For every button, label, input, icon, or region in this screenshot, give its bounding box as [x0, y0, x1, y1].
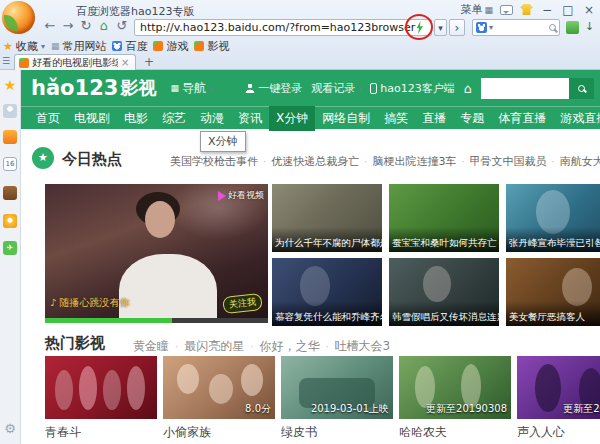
- sidebar-wallet-icon[interactable]: [3, 186, 17, 200]
- minimize-button[interactable]: −: [540, 3, 554, 17]
- sidebar-favorites-star-icon[interactable]: ★: [3, 78, 17, 92]
- sidebar-key-icon[interactable]: [3, 104, 17, 118]
- search-magnifier-icon[interactable]: [549, 24, 556, 31]
- poster-item[interactable]: 青春斗: [45, 356, 157, 444]
- bookmark-common-sites[interactable]: ▦常用网站: [51, 39, 107, 54]
- poster-item[interactable]: 更新至20190 声入人心: [517, 356, 600, 444]
- baidu-bear-icon[interactable]: [476, 22, 487, 33]
- window-title: 百度浏览器hao123专版: [76, 4, 194, 19]
- video-card[interactable]: 蚕宝宝和桑叶如何共存亡: [389, 184, 499, 252]
- video-card[interactable]: 张丹峰宣布毕滢已引咎辞职: [506, 184, 600, 252]
- nav-item-variety[interactable]: 综艺: [155, 106, 193, 131]
- nav-item-tv[interactable]: 电视剧: [67, 106, 117, 131]
- topic-link[interactable]: 美国学校枪击事件: [170, 155, 258, 168]
- site-search-input[interactable]: [481, 78, 569, 99]
- poster-image[interactable]: 更新至20190308: [399, 356, 511, 419]
- undo-button[interactable]: ↺: [114, 18, 130, 33]
- maximize-button[interactable]: □: [561, 3, 575, 17]
- sidebar-travel-icon[interactable]: ✈: [3, 241, 17, 255]
- movie-link[interactable]: 最闪亮的星: [184, 339, 244, 353]
- login-button[interactable]: 一键登录: [245, 81, 302, 96]
- nav-item-sports-live[interactable]: 体育直播: [491, 106, 553, 131]
- poster-image[interactable]: 2019-03-01上映: [281, 356, 393, 419]
- movie-link[interactable]: 吐槽大会3: [335, 339, 391, 353]
- nav-item-live[interactable]: 直播: [415, 106, 453, 131]
- download-icon[interactable]: ↓: [585, 20, 594, 33]
- nav-item-news[interactable]: 资讯: [231, 106, 269, 131]
- topic-link[interactable]: 南航女大学生失联: [560, 155, 600, 168]
- video-card-title: 张丹峰宣布毕滢已引咎辞职: [506, 227, 600, 252]
- bookmark-baidu[interactable]: 百度: [112, 39, 147, 54]
- active-tab[interactable]: 好看的电视剧电影综艺动… ×: [14, 54, 136, 70]
- poster-image[interactable]: 更新至20190: [517, 356, 600, 419]
- video-card[interactable]: 慕容复凭什么能和乔峰齐名？: [272, 258, 382, 326]
- url-dropdown-button[interactable]: ▾: [434, 19, 447, 36]
- close-button[interactable]: ×: [582, 3, 596, 17]
- main-video-player[interactable]: 好看视频 ♪ 随播心跳没有你 关注我: [45, 184, 268, 318]
- video-scene-figure: [145, 201, 175, 238]
- video-card[interactable]: 为什么千年不腐的尸体都是女性: [272, 184, 382, 252]
- watch-history-button[interactable]: 观看记录▾: [311, 81, 361, 96]
- topic-link[interactable]: 优速快递总裁身亡: [271, 155, 359, 168]
- back-button[interactable]: ←: [42, 18, 58, 33]
- menu-button[interactable]: 菜单▦: [460, 2, 493, 17]
- bookmark-favorites[interactable]: ★收藏▾: [3, 39, 45, 54]
- poster-title[interactable]: 哈哈农夫: [399, 424, 511, 441]
- feedback-bubble-icon[interactable]: [500, 5, 513, 15]
- toolbar-search-box[interactable]: ▾: [472, 19, 560, 36]
- poster-title[interactable]: 声入人心: [517, 424, 600, 441]
- poster-item[interactable]: 更新至20190308 哈哈农夫: [399, 356, 511, 444]
- video-card[interactable]: 韩雪假唱后又传坏消息连累乔欣: [389, 258, 499, 326]
- nav-item-game-live[interactable]: 游戏直播: [553, 106, 600, 131]
- poster-image[interactable]: 8.0分: [163, 356, 275, 419]
- movie-link[interactable]: 你好，之华: [259, 339, 319, 353]
- topic-link[interactable]: 脑梗出院连撞3车: [372, 155, 456, 168]
- poster-title[interactable]: 绿皮书: [281, 424, 393, 441]
- nav-item-xminutes[interactable]: X分钟: [269, 106, 315, 131]
- poster-item[interactable]: 8.0分 小偷家族: [163, 356, 275, 444]
- common-sites-label: 常用网站: [62, 39, 106, 54]
- nav-item-anime[interactable]: 动漫: [193, 106, 231, 131]
- hao123-logo[interactable]: hǎo123: [31, 76, 118, 100]
- client-download-button[interactable]: hao123客户端: [370, 81, 454, 96]
- bookmark-movies[interactable]: 影视: [194, 39, 229, 54]
- refresh-button[interactable]: ↻: [78, 18, 94, 33]
- poster-title[interactable]: 青春斗: [45, 424, 157, 441]
- extension-icon[interactable]: [566, 21, 579, 34]
- poster-image[interactable]: [45, 356, 157, 419]
- poster-title[interactable]: 小偷家族: [163, 424, 275, 441]
- tab-close-icon[interactable]: ×: [121, 57, 129, 68]
- titlebar-controls: 菜单▦ − □ ×: [460, 2, 596, 17]
- poster-item[interactable]: 2019-03-01上映 绿皮书: [281, 356, 393, 444]
- video-card[interactable]: 美女餐厅恶搞客人: [506, 258, 600, 326]
- forward-button[interactable]: →: [60, 18, 76, 33]
- topic-link[interactable]: 甲骨文中国裁员: [470, 155, 547, 168]
- settings-gear-icon[interactable]: ⚙: [3, 422, 17, 436]
- nav-menu-button[interactable]: ▦导航▾: [170, 80, 213, 97]
- hotspot-topics: 美国学校枪击事件·优速快递总裁身亡·脑梗出院连撞3车·甲骨文中国裁员·南航女大学…: [170, 154, 600, 169]
- bookmark-games[interactable]: 游戏: [153, 39, 188, 54]
- sidebar-toggle-icon[interactable]: ☰: [2, 56, 10, 66]
- new-tab-button[interactable]: +: [144, 55, 154, 69]
- search-engine-caret-icon[interactable]: ▾: [489, 23, 493, 32]
- movie-link[interactable]: 黄金瞳: [133, 339, 169, 353]
- site-search-button[interactable]: [569, 78, 594, 99]
- nav-item-movie[interactable]: 电影: [117, 106, 155, 131]
- nav-item-web-original[interactable]: 网络自制: [315, 106, 377, 131]
- video-card-title: 慕容复凭什么能和乔峰齐名？: [272, 301, 382, 326]
- nav-item-home[interactable]: 首页: [29, 106, 67, 131]
- sidebar-app-icon[interactable]: [3, 130, 17, 144]
- nav-item-topics[interactable]: 专题: [453, 106, 491, 131]
- grid-icon: ▦: [51, 41, 60, 51]
- url-caret-icon: ▾: [438, 23, 443, 33]
- go-button[interactable]: ›: [449, 19, 465, 36]
- home-button[interactable]: ⌂: [96, 18, 112, 33]
- url-bar[interactable]: http://v.hao123.baidu.com/?from=hao123br…: [134, 19, 432, 36]
- hao123-icon: [194, 41, 204, 51]
- site-home-icon[interactable]: ⌂: [464, 81, 472, 96]
- sidebar-weibo-icon[interactable]: [3, 214, 17, 228]
- nav-item-funny[interactable]: 搞笑: [377, 106, 415, 131]
- skin-theme-icon[interactable]: [520, 4, 533, 15]
- sidebar-calendar-icon[interactable]: 16: [3, 157, 17, 171]
- video-progress-bar[interactable]: [45, 318, 268, 323]
